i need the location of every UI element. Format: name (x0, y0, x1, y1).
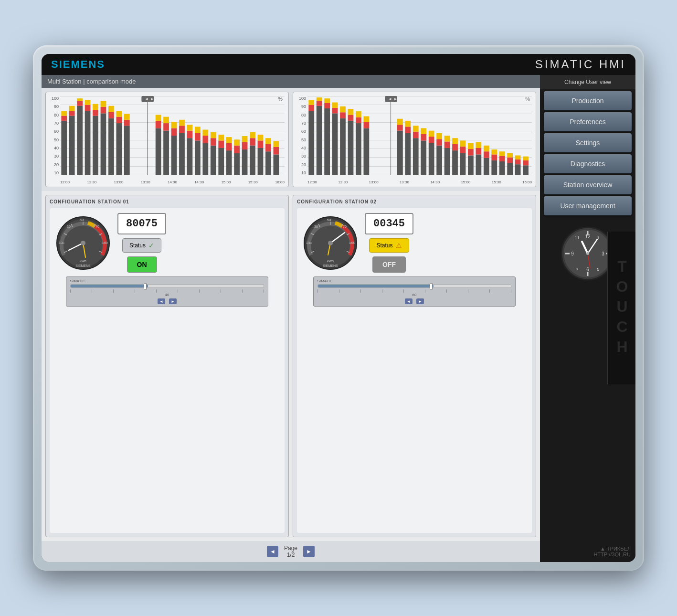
svg-text:70: 70 (343, 225, 347, 228)
svg-rect-130 (460, 147, 466, 153)
svg-rect-110 (405, 121, 411, 127)
svg-rect-11 (85, 100, 91, 105)
svg-rect-115 (421, 134, 426, 140)
svg-rect-21 (116, 123, 122, 175)
svg-rect-96 (356, 123, 361, 175)
chart1-percent: % (278, 96, 283, 102)
svg-rect-132 (468, 156, 474, 176)
svg-rect-61 (234, 146, 240, 153)
station2-slider-label: SIMATIC (317, 279, 512, 283)
station2-status-label: Status (376, 242, 392, 249)
svg-text:kWh: kWh (327, 259, 334, 263)
svg-rect-145 (499, 156, 505, 161)
station2-status-button[interactable]: Status ⚠ (369, 238, 409, 253)
svg-rect-136 (476, 148, 482, 154)
svg-rect-107 (397, 119, 403, 125)
svg-rect-113 (413, 126, 419, 131)
svg-rect-111 (413, 138, 419, 175)
svg-rect-76 (274, 147, 279, 155)
station1-slider-right-btn[interactable]: ► (169, 298, 177, 304)
svg-rect-109 (405, 127, 411, 133)
nav-btn-preferences[interactable]: Preferences (544, 112, 632, 131)
svg-rect-20 (108, 106, 114, 112)
screen-title-bar: Multi Station | comparison mode (42, 75, 540, 88)
svg-rect-153 (523, 165, 529, 175)
svg-point-174 (81, 241, 85, 245)
chart2-y-axis: 100 90 80 70 60 50 40 30 20 10 (293, 96, 307, 175)
svg-text:3: 3 (602, 251, 604, 256)
station2-slider-value: 60 (317, 293, 512, 297)
svg-rect-23 (116, 111, 122, 117)
nav-btn-diagnostics[interactable]: Diagnostics (544, 154, 632, 173)
svg-text:90: 90 (351, 241, 355, 244)
svg-rect-144 (499, 161, 505, 175)
page-nav: ◄ Page 1/2 ► (42, 541, 540, 562)
svg-rect-68 (250, 132, 255, 138)
station1-status-button[interactable]: Status ✓ (122, 238, 161, 253)
nav-btn-production[interactable]: Production (544, 91, 632, 110)
svg-text:12: 12 (585, 234, 591, 239)
svg-rect-60 (234, 153, 240, 175)
svg-rect-126 (452, 150, 458, 175)
svg-rect-51 (211, 146, 216, 175)
svg-text:10: 10 (59, 241, 63, 244)
station2-box: CONFIGURATION STATION 02 (293, 195, 536, 537)
svg-rect-131 (460, 140, 466, 146)
svg-point-195 (328, 241, 333, 245)
station1-right-controls: 80075 Status ✓ ON (117, 213, 166, 273)
svg-text:30: 30 (314, 225, 318, 228)
stations-row: CONFIGURATION STATION 01 (42, 191, 540, 541)
page-next-button[interactable]: ► (303, 546, 315, 557)
svg-rect-102 (391, 96, 391, 175)
svg-rect-27 (147, 96, 148, 175)
station2-slider-track (317, 284, 512, 288)
page-prev-button[interactable]: ◄ (267, 546, 278, 557)
svg-rect-18 (108, 118, 114, 175)
svg-rect-15 (101, 113, 106, 175)
svg-rect-116 (421, 128, 426, 134)
svg-rect-45 (195, 140, 201, 175)
svg-rect-141 (491, 160, 497, 175)
svg-rect-66 (250, 146, 255, 175)
svg-rect-41 (179, 120, 185, 126)
svg-rect-70 (258, 140, 264, 148)
svg-rect-94 (348, 115, 354, 120)
svg-rect-40 (179, 126, 185, 133)
svg-rect-33 (163, 131, 169, 175)
station1-content: 50 30 70 10 90 (50, 208, 285, 533)
svg-rect-37 (171, 128, 177, 136)
station1-display: 80075 (117, 213, 166, 234)
station1-slider-left-btn[interactable]: ◄ (158, 298, 165, 304)
svg-text:5: 5 (597, 267, 599, 272)
station1-slider-track (70, 284, 264, 288)
svg-rect-119 (429, 131, 434, 137)
svg-rect-12 (93, 116, 98, 176)
svg-rect-99 (364, 128, 370, 175)
station1-toggle-button[interactable]: ON (127, 256, 157, 273)
nav-buttons: Production Preferences Settings Diagnost… (540, 89, 635, 217)
nav-btn-settings[interactable]: Settings (544, 133, 632, 152)
svg-rect-146 (499, 151, 505, 156)
station2-slider-left-btn[interactable]: ◄ (405, 298, 413, 304)
svg-rect-42 (187, 138, 193, 175)
svg-rect-46 (195, 133, 201, 141)
svg-rect-69 (258, 148, 264, 175)
svg-rect-0 (61, 121, 67, 175)
svg-rect-31 (156, 121, 161, 128)
station2-toggle-button[interactable]: OFF (372, 256, 406, 273)
nav-btn-user-management[interactable]: User management (544, 196, 632, 215)
svg-rect-149 (507, 153, 513, 157)
svg-rect-84 (324, 108, 330, 175)
station2-slider-thumb[interactable] (430, 283, 433, 290)
svg-rect-34 (163, 123, 169, 131)
station1-slider-thumb[interactable] (144, 283, 147, 290)
svg-text:30: 30 (67, 225, 71, 228)
svg-rect-53 (211, 132, 216, 138)
station2-slider-right-btn[interactable]: ► (416, 298, 424, 304)
station1-slider[interactable]: SIMATIC |||||||||| 40 ◄ (66, 276, 269, 307)
station2-slider[interactable]: SIMATIC |||||||||| 60 ◄ (313, 276, 516, 307)
svg-rect-26 (124, 114, 130, 119)
svg-rect-101 (364, 117, 370, 122)
svg-rect-17 (101, 101, 106, 106)
nav-btn-station-overview[interactable]: Station overview (544, 175, 632, 194)
